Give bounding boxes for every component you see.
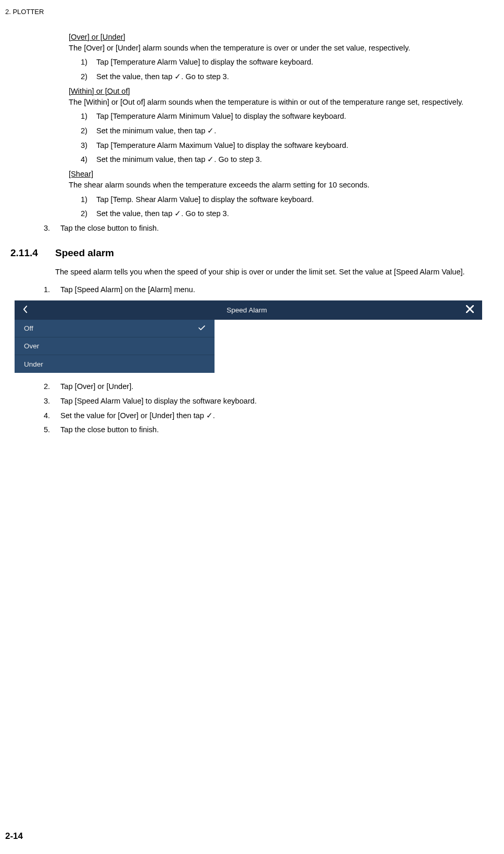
screenshot-header: Speed Alarm (15, 300, 482, 320)
speed-alarm-screenshot: Speed Alarm Off Over Under (15, 300, 482, 373)
para-over-under: The [Over] or [Under] alarm sounds when … (69, 43, 499, 54)
list-item: 4) Set the minimum value, then tap ✓. Go… (81, 154, 499, 165)
list-text: Tap [Temp. Shear Alarm Value] to display… (96, 194, 314, 205)
outer-step-num: 3. (44, 396, 60, 407)
outer-step-3: 3. Tap the close button to finish. (44, 223, 499, 234)
outer-step-4: 4. Set the value for [Over] or [Under] t… (44, 410, 499, 421)
outer-step-text: Tap [Over] or [Under]. (60, 381, 133, 392)
list-text: Set the value, then tap ✓. Go to step 3. (96, 71, 229, 82)
list-text: Set the minimum value, then tap ✓. Go to… (96, 154, 262, 165)
list-text: Set the minimum value, then tap ✓. (96, 125, 216, 136)
close-button[interactable] (466, 305, 474, 316)
option-over[interactable]: Over (15, 337, 215, 355)
list-text: Set the value, then tap ✓. Go to step 3. (96, 208, 229, 219)
screenshot-title: Speed Alarm (28, 305, 466, 315)
outer-step-text: Tap [Speed Alarm Value] to display the s… (60, 396, 257, 407)
outer-step-5: 5. Tap the close button to finish. (44, 424, 499, 435)
section-title: Speed alarm (55, 246, 114, 260)
option-off[interactable]: Off (15, 320, 215, 337)
list-num: 1) (81, 194, 96, 205)
section-heading: 2.11.4 Speed alarm (5, 246, 499, 260)
section-number: 2.11.4 (10, 246, 55, 260)
option-label: Over (24, 341, 39, 351)
outer-step-text: Tap the close button to finish. (60, 424, 159, 435)
list-num: 1) (81, 111, 96, 122)
section-intro: The speed alarm tells you when the speed… (55, 267, 499, 278)
outer-step-2: 2. Tap [Over] or [Under]. (44, 381, 499, 392)
subhead-over-under: [Over] or [Under] (69, 32, 499, 43)
list-item: 3) Tap [Temperature Alarm Maximum Value]… (81, 140, 499, 151)
page-content: [Over] or [Under] The [Over] or [Under] … (0, 29, 504, 439)
list-text: Tap [Temperature Alarm Minimum Value] to… (96, 111, 346, 122)
list-item: 1) Tap [Temperature Alarm Value] to disp… (81, 57, 499, 68)
list-item: 1) Tap [Temperature Alarm Minimum Value]… (81, 111, 499, 122)
page-header: 2. PLOTTER (5, 7, 44, 17)
checkmark-icon (198, 323, 205, 333)
outer-step-num: 5. (44, 424, 60, 435)
list-num: 2) (81, 71, 96, 82)
list-text: Tap [Temperature Alarm Maximum Value] to… (96, 140, 348, 151)
outer-step-num: 4. (44, 410, 60, 421)
para-shear: The shear alarm sounds when the temperat… (69, 180, 499, 191)
list-num: 2) (81, 125, 96, 136)
option-under[interactable]: Under (15, 355, 215, 373)
list-num: 1) (81, 57, 96, 68)
option-label: Under (24, 359, 43, 369)
outer-step-num: 3. (44, 223, 60, 234)
outer-step-text: Tap the close button to finish. (60, 223, 159, 234)
list-num: 3) (81, 140, 96, 151)
screenshot-options: Off Over Under (15, 320, 215, 373)
back-button[interactable] (23, 303, 28, 317)
outer-step-text: Set the value for [Over] or [Under] then… (60, 410, 215, 421)
list-item: 2) Set the value, then tap ✓. Go to step… (81, 208, 499, 219)
page-number: 2-14 (5, 830, 23, 843)
list-item: 2) Set the minimum value, then tap ✓. (81, 125, 499, 136)
outer-step-num: 1. (44, 284, 60, 295)
outer-step-text: Tap [Speed Alarm] on the [Alarm] menu. (60, 284, 195, 295)
list-item: 1) Tap [Temp. Shear Alarm Value] to disp… (81, 194, 499, 205)
list-num: 2) (81, 208, 96, 219)
list-text: Tap [Temperature Alarm Value] to display… (96, 57, 313, 68)
list-num: 4) (81, 154, 96, 165)
subhead-within-outof: [Within] or [Out of] (69, 86, 499, 97)
outer-step-1: 1. Tap [Speed Alarm] on the [Alarm] menu… (44, 284, 499, 295)
outer-step-3b: 3. Tap [Speed Alarm Value] to display th… (44, 396, 499, 407)
close-icon (466, 307, 474, 315)
subhead-shear: [Shear] (69, 169, 499, 180)
option-label: Off (24, 323, 33, 333)
list-item: 2) Set the value, then tap ✓. Go to step… (81, 71, 499, 82)
outer-step-num: 2. (44, 381, 60, 392)
para-within-outof: The [Within] or [Out of] alarm sounds wh… (69, 97, 499, 108)
